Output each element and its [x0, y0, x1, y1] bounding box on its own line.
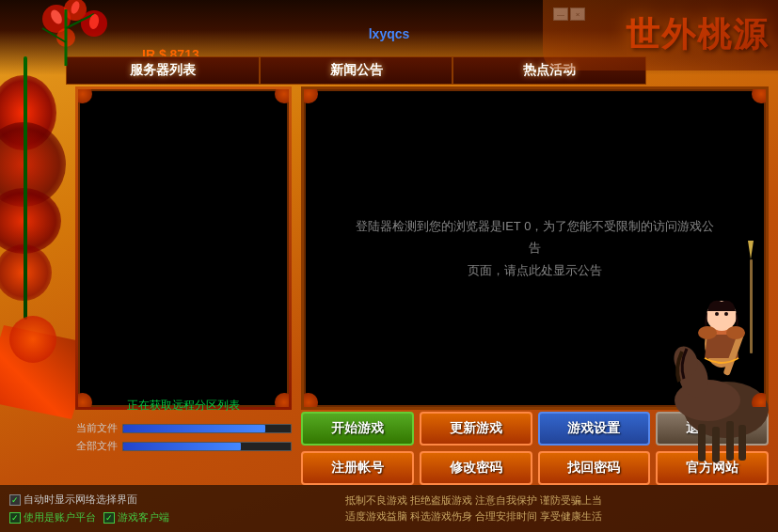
server-list-panel: [75, 86, 292, 410]
status-text-area: 抵制不良游戏 拒绝盗版游戏 注意自我保护 谨防受骗上当 适度游戏益脑 科选游戏伤…: [179, 493, 769, 524]
panel-border: [78, 89, 289, 407]
current-file-progress-bg: [122, 424, 292, 433]
close-button[interactable]: ×: [570, 8, 585, 21]
auto-show-checkbox-row: ✓ 自动时显示网络选择界面: [9, 493, 169, 507]
svg-rect-11: [750, 259, 753, 353]
svg-point-13: [698, 326, 717, 339]
total-file-row: 全部文件: [75, 439, 292, 453]
retrieve-password-button[interactable]: 找回密码: [538, 451, 651, 485]
use-client-checkbox[interactable]: ✓: [103, 512, 115, 524]
progress-area: 正在获取远程分区列表 当前文件 全部文件: [75, 398, 292, 457]
total-file-progress-fill: [123, 443, 241, 450]
update-game-button[interactable]: 更新游戏: [420, 412, 532, 446]
game-settings-button[interactable]: 游戏设置: [538, 412, 651, 446]
corner-tr-r: [752, 86, 769, 103]
corner-tl-r: [301, 86, 318, 103]
total-file-progress-bg: [122, 442, 292, 451]
corner-tr: [275, 86, 292, 103]
svg-marker-12: [748, 241, 754, 259]
start-game-button[interactable]: 开始游戏: [301, 412, 414, 446]
green-checkbox-row: ✓ 使用是账户平台 ✓ 游戏客户端: [9, 510, 169, 524]
use-client-item: ✓ 游戏客户端: [103, 510, 169, 524]
current-file-label: 当前文件: [75, 421, 118, 435]
svg-rect-5: [738, 425, 746, 461]
tab-server-list[interactable]: 服务器列表: [66, 56, 260, 85]
auto-show-label: 自动时显示网络选择界面: [24, 493, 137, 507]
status-text-1: 抵制不良游戏 拒绝盗版游戏 注意自我保护 谨防受骗上当: [345, 493, 602, 508]
username-display: lxyqcs: [0, 26, 778, 41]
fetching-status: 正在获取远程分区列表: [75, 398, 292, 414]
use-browser-label: 使用是账户平台: [24, 510, 96, 524]
svg-rect-3: [712, 427, 720, 462]
tab-news[interactable]: 新闻公告: [260, 56, 453, 85]
svg-rect-4: [726, 421, 734, 461]
use-browser-item: ✓ 使用是账户平台: [9, 510, 96, 524]
svg-point-15: [715, 312, 719, 316]
status-text-2: 适度游戏益脑 科选游戏伤身 合理安排时间 享受健康生活: [345, 509, 602, 524]
checkbox-area: ✓ 自动时显示网络选择界面 ✓ 使用是账户平台 ✓ 游戏客户端: [9, 493, 169, 524]
current-file-progress-fill: [123, 425, 265, 432]
status-bar: ✓ 自动时显示网络选择界面 ✓ 使用是账户平台 ✓ 游戏客户端 抵制不良游戏 拒…: [0, 485, 778, 532]
use-browser-checkbox[interactable]: ✓: [9, 512, 21, 524]
corner-tl: [75, 86, 92, 103]
tab-hot-activity[interactable]: 热点活动: [453, 56, 646, 85]
use-client-label: 游戏客户端: [118, 510, 169, 524]
character-image: [656, 184, 778, 485]
register-button[interactable]: 注册帐号: [301, 451, 414, 485]
current-file-row: 当前文件: [75, 421, 292, 435]
svg-point-16: [724, 312, 728, 316]
total-file-label: 全部文件: [75, 439, 118, 453]
auto-show-checkbox[interactable]: ✓: [9, 494, 21, 506]
minimize-button[interactable]: —: [553, 8, 568, 21]
svg-point-14: [726, 326, 745, 339]
tabs-container: 服务器列表 新闻公告 热点活动: [66, 56, 646, 85]
window-controls: — ×: [553, 8, 585, 21]
svg-rect-2: [698, 424, 706, 462]
change-password-button[interactable]: 修改密码: [420, 451, 532, 485]
corner-bl-r: [301, 393, 318, 410]
